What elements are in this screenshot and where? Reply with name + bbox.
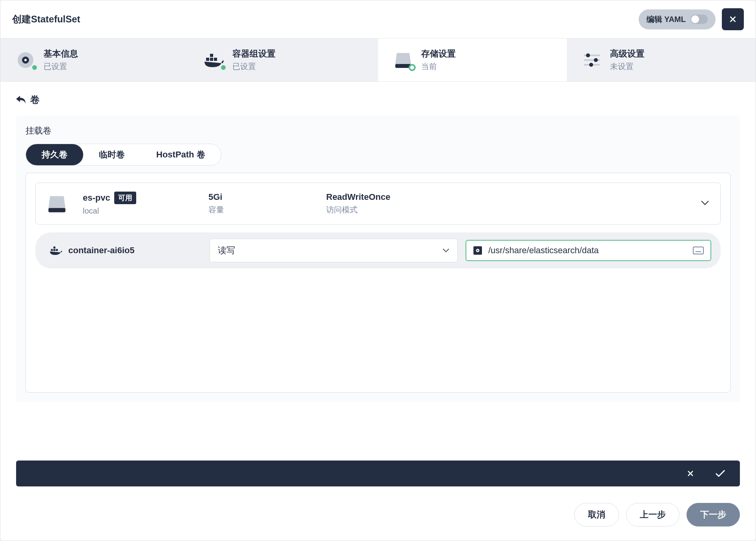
confirm-action-bar bbox=[16, 461, 740, 486]
svg-rect-14 bbox=[48, 208, 65, 212]
panel-label: 挂载卷 bbox=[26, 125, 730, 137]
mount-path-field[interactable] bbox=[466, 240, 711, 261]
mount-volume-panel: 挂载卷 持久卷 临时卷 HostPath 卷 es-pvc 可用 local bbox=[16, 115, 740, 402]
step-title: 基本信息 bbox=[44, 48, 78, 60]
svg-point-9 bbox=[586, 53, 590, 57]
section-title: 卷 bbox=[30, 93, 40, 106]
svg-rect-5 bbox=[214, 58, 217, 61]
pvc-access-mode: ReadWriteOnce bbox=[326, 192, 390, 202]
container-label: container-ai6io5 bbox=[45, 245, 202, 256]
step-title: 容器组设置 bbox=[232, 48, 276, 60]
toggle-switch bbox=[690, 15, 708, 24]
pvc-name: es-pvc bbox=[83, 193, 110, 203]
create-statefulset-modal: 创建StatefulSet 编辑 YAML 基本信息 已设置 bbox=[0, 0, 756, 541]
step-subtitle: 已设置 bbox=[232, 61, 276, 72]
pvc-storage-class: local bbox=[83, 207, 193, 216]
sliders-icon bbox=[583, 52, 601, 68]
chevron-down-icon bbox=[701, 200, 709, 207]
pvc-size-label: 容量 bbox=[208, 205, 310, 215]
back-arrow-icon bbox=[16, 96, 26, 104]
svg-point-13 bbox=[589, 63, 593, 67]
step-title: 存储设置 bbox=[421, 48, 456, 60]
pvc-status-badge: 可用 bbox=[114, 192, 136, 204]
svg-rect-3 bbox=[206, 58, 209, 61]
step-done-indicator bbox=[31, 64, 38, 71]
content-area: 卷 挂载卷 持久卷 临时卷 HostPath 卷 es-pvc 可用 loc bbox=[0, 82, 756, 449]
svg-rect-4 bbox=[210, 58, 213, 61]
step-title: 高级设置 bbox=[610, 48, 645, 60]
step-subtitle: 已设置 bbox=[44, 61, 78, 72]
check-icon[interactable] bbox=[715, 469, 726, 478]
modal-title: 创建StatefulSet bbox=[12, 13, 80, 26]
svg-rect-16 bbox=[53, 249, 55, 251]
toggle-knob bbox=[691, 15, 699, 23]
volume-type-tabs: 持久卷 临时卷 HostPath 卷 bbox=[26, 144, 221, 166]
tab-persistent-volume[interactable]: 持久卷 bbox=[26, 144, 83, 165]
header-actions: 编辑 YAML bbox=[639, 8, 744, 30]
yaml-toggle[interactable]: 编辑 YAML bbox=[639, 9, 716, 29]
svg-point-11 bbox=[594, 58, 598, 62]
svg-point-2 bbox=[24, 59, 27, 61]
keyboard-icon bbox=[692, 246, 704, 255]
volume-config-box: es-pvc 可用 local 5Gi 容量 ReadWriteOnce 访问模… bbox=[26, 173, 730, 393]
step-storage-settings[interactable]: 存储设置 当前 bbox=[378, 38, 567, 81]
gear-box-icon bbox=[473, 245, 483, 256]
close-button[interactable] bbox=[722, 8, 744, 30]
cancel-button[interactable]: 取消 bbox=[574, 503, 619, 526]
container-mount-row: container-ai6io5 读写 bbox=[35, 232, 721, 269]
step-subtitle: 未设置 bbox=[610, 61, 645, 72]
yaml-toggle-label: 编辑 YAML bbox=[646, 14, 686, 25]
step-done-indicator bbox=[220, 64, 227, 71]
prev-button[interactable]: 上一步 bbox=[626, 503, 679, 526]
close-icon[interactable] bbox=[686, 469, 695, 478]
chevron-down-icon bbox=[442, 248, 449, 253]
tab-hostpath-volume[interactable]: HostPath 卷 bbox=[141, 144, 221, 165]
wizard-steps: 基本信息 已设置 容器组设置 已设置 存储设置 当前 bbox=[0, 38, 756, 82]
svg-rect-22 bbox=[693, 247, 703, 254]
svg-rect-15 bbox=[51, 249, 53, 251]
access-mode-select[interactable]: 读写 bbox=[210, 239, 458, 262]
step-pod-settings[interactable]: 容器组设置 已设置 bbox=[189, 38, 378, 81]
step-advanced-settings[interactable]: 高级设置 未设置 bbox=[567, 38, 756, 81]
pvc-selector-card[interactable]: es-pvc 可用 local 5Gi 容量 ReadWriteOnce 访问模… bbox=[35, 183, 721, 225]
svg-rect-18 bbox=[53, 247, 55, 249]
svg-rect-17 bbox=[56, 249, 58, 251]
container-name: container-ai6io5 bbox=[68, 245, 135, 256]
tab-temporary-volume[interactable]: 临时卷 bbox=[83, 144, 141, 165]
svg-rect-6 bbox=[210, 54, 213, 57]
wizard-footer: 取消 上一步 下一步 bbox=[0, 498, 756, 541]
step-subtitle: 当前 bbox=[421, 61, 456, 72]
step-basic-info[interactable]: 基本信息 已设置 bbox=[0, 38, 189, 81]
pvc-size: 5Gi bbox=[208, 192, 310, 202]
step-active-indicator bbox=[409, 64, 416, 71]
pvc-access-mode-label: 访问模式 bbox=[326, 205, 390, 215]
access-mode-value: 读写 bbox=[218, 245, 235, 256]
next-button[interactable]: 下一步 bbox=[687, 503, 740, 526]
storage-icon bbox=[47, 194, 67, 213]
mount-path-input[interactable] bbox=[488, 245, 687, 256]
docker-icon bbox=[49, 245, 63, 256]
close-icon bbox=[728, 14, 738, 24]
modal-header: 创建StatefulSet 编辑 YAML bbox=[0, 0, 756, 38]
svg-point-21 bbox=[477, 250, 478, 251]
back-row[interactable]: 卷 bbox=[16, 93, 740, 106]
